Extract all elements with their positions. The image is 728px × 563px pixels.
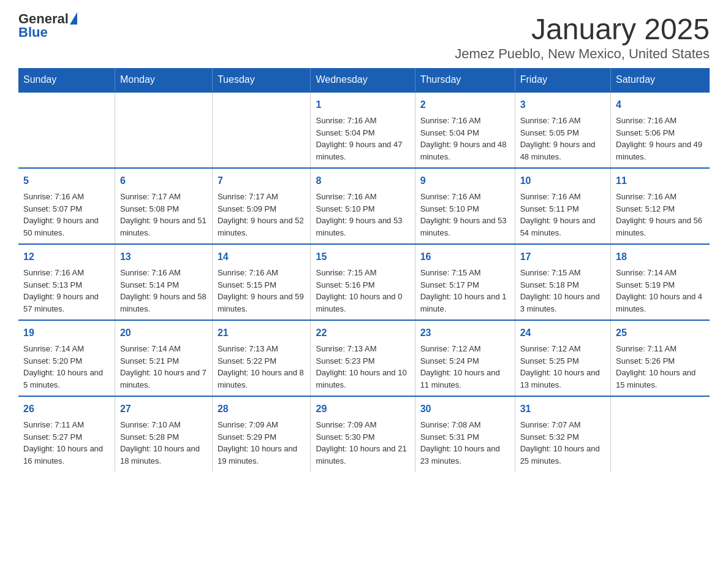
calendar-cell: 15Sunrise: 7:15 AMSunset: 5:16 PMDayligh… bbox=[311, 244, 415, 320]
day-number: 16 bbox=[420, 250, 510, 264]
calendar-cell: 1Sunrise: 7:16 AMSunset: 5:04 PMDaylight… bbox=[311, 92, 415, 168]
day-info: Sunrise: 7:16 AMSunset: 5:10 PMDaylight:… bbox=[420, 191, 510, 239]
page-header: General Blue January 2025 Jemez Pueblo, … bbox=[18, 12, 710, 62]
calendar-cell: 16Sunrise: 7:15 AMSunset: 5:17 PMDayligh… bbox=[415, 244, 515, 320]
calendar-cell: 20Sunrise: 7:14 AMSunset: 5:21 PMDayligh… bbox=[115, 320, 212, 396]
day-info: Sunrise: 7:16 AMSunset: 5:07 PMDaylight:… bbox=[23, 191, 110, 239]
day-info: Sunrise: 7:16 AMSunset: 5:11 PMDaylight:… bbox=[520, 191, 605, 239]
calendar-header-row: SundayMondayTuesdayWednesdayThursdayFrid… bbox=[18, 68, 710, 92]
day-number: 22 bbox=[316, 326, 409, 340]
day-number: 1 bbox=[316, 98, 409, 112]
day-number: 21 bbox=[218, 326, 306, 340]
day-number: 11 bbox=[616, 174, 705, 188]
day-number: 19 bbox=[23, 326, 110, 340]
day-number: 10 bbox=[520, 174, 605, 188]
day-number: 25 bbox=[616, 326, 705, 340]
day-info: Sunrise: 7:09 AMSunset: 5:29 PMDaylight:… bbox=[218, 419, 306, 467]
day-of-week-header: Wednesday bbox=[311, 68, 415, 92]
day-info: Sunrise: 7:07 AMSunset: 5:32 PMDaylight:… bbox=[520, 419, 605, 467]
calendar-cell: 30Sunrise: 7:08 AMSunset: 5:31 PMDayligh… bbox=[415, 396, 515, 472]
calendar-cell: 23Sunrise: 7:12 AMSunset: 5:24 PMDayligh… bbox=[415, 320, 515, 396]
day-number: 18 bbox=[616, 250, 705, 264]
calendar-week-row: 1Sunrise: 7:16 AMSunset: 5:04 PMDaylight… bbox=[18, 92, 710, 168]
day-number: 6 bbox=[120, 174, 207, 188]
calendar-cell: 14Sunrise: 7:16 AMSunset: 5:15 PMDayligh… bbox=[212, 244, 311, 320]
day-of-week-header: Monday bbox=[115, 68, 212, 92]
day-info: Sunrise: 7:13 AMSunset: 5:22 PMDaylight:… bbox=[218, 343, 306, 391]
day-info: Sunrise: 7:14 AMSunset: 5:19 PMDaylight:… bbox=[616, 267, 705, 315]
calendar-week-row: 26Sunrise: 7:11 AMSunset: 5:27 PMDayligh… bbox=[18, 396, 710, 472]
logo-icon bbox=[69, 13, 77, 25]
calendar-cell: 9Sunrise: 7:16 AMSunset: 5:10 PMDaylight… bbox=[415, 168, 515, 244]
calendar-subtitle: Jemez Pueblo, New Mexico, United States bbox=[455, 46, 710, 62]
day-info: Sunrise: 7:09 AMSunset: 5:30 PMDaylight:… bbox=[316, 419, 409, 467]
calendar-cell: 28Sunrise: 7:09 AMSunset: 5:29 PMDayligh… bbox=[212, 396, 311, 472]
day-number: 4 bbox=[616, 98, 705, 112]
day-number: 8 bbox=[316, 174, 409, 188]
calendar-cell: 21Sunrise: 7:13 AMSunset: 5:22 PMDayligh… bbox=[212, 320, 311, 396]
day-info: Sunrise: 7:14 AMSunset: 5:21 PMDaylight:… bbox=[120, 343, 207, 391]
calendar-cell bbox=[115, 92, 212, 168]
day-info: Sunrise: 7:16 AMSunset: 5:04 PMDaylight:… bbox=[316, 115, 409, 163]
calendar-cell: 25Sunrise: 7:11 AMSunset: 5:26 PMDayligh… bbox=[611, 320, 710, 396]
calendar-cell: 12Sunrise: 7:16 AMSunset: 5:13 PMDayligh… bbox=[18, 244, 115, 320]
day-number: 29 bbox=[316, 402, 409, 416]
day-of-week-header: Thursday bbox=[415, 68, 515, 92]
day-number: 20 bbox=[120, 326, 207, 340]
logo-general-text: General bbox=[18, 12, 69, 26]
day-number: 31 bbox=[520, 402, 605, 416]
calendar-cell: 7Sunrise: 7:17 AMSunset: 5:09 PMDaylight… bbox=[212, 168, 311, 244]
calendar-cell bbox=[18, 92, 115, 168]
day-info: Sunrise: 7:15 AMSunset: 5:18 PMDaylight:… bbox=[520, 267, 605, 315]
logo: General Blue bbox=[18, 12, 77, 39]
day-info: Sunrise: 7:16 AMSunset: 5:05 PMDaylight:… bbox=[520, 115, 605, 163]
calendar-cell: 6Sunrise: 7:17 AMSunset: 5:08 PMDaylight… bbox=[115, 168, 212, 244]
calendar-cell: 17Sunrise: 7:15 AMSunset: 5:18 PMDayligh… bbox=[515, 244, 610, 320]
day-number: 9 bbox=[420, 174, 510, 188]
day-of-week-header: Sunday bbox=[18, 68, 115, 92]
calendar-cell bbox=[611, 396, 710, 472]
day-info: Sunrise: 7:16 AMSunset: 5:04 PMDaylight:… bbox=[420, 115, 510, 163]
calendar-cell: 8Sunrise: 7:16 AMSunset: 5:10 PMDaylight… bbox=[311, 168, 415, 244]
calendar-cell: 2Sunrise: 7:16 AMSunset: 5:04 PMDaylight… bbox=[415, 92, 515, 168]
day-info: Sunrise: 7:15 AMSunset: 5:17 PMDaylight:… bbox=[420, 267, 510, 315]
day-number: 24 bbox=[520, 326, 605, 340]
day-number: 3 bbox=[520, 98, 605, 112]
calendar-cell: 18Sunrise: 7:14 AMSunset: 5:19 PMDayligh… bbox=[611, 244, 710, 320]
day-info: Sunrise: 7:10 AMSunset: 5:28 PMDaylight:… bbox=[120, 419, 207, 467]
day-info: Sunrise: 7:12 AMSunset: 5:24 PMDaylight:… bbox=[420, 343, 510, 391]
day-info: Sunrise: 7:16 AMSunset: 5:13 PMDaylight:… bbox=[23, 267, 110, 315]
calendar-cell: 22Sunrise: 7:13 AMSunset: 5:23 PMDayligh… bbox=[311, 320, 415, 396]
day-number: 2 bbox=[420, 98, 510, 112]
day-info: Sunrise: 7:16 AMSunset: 5:06 PMDaylight:… bbox=[616, 115, 705, 163]
calendar-cell: 5Sunrise: 7:16 AMSunset: 5:07 PMDaylight… bbox=[18, 168, 115, 244]
day-info: Sunrise: 7:16 AMSunset: 5:12 PMDaylight:… bbox=[616, 191, 705, 239]
calendar-cell: 19Sunrise: 7:14 AMSunset: 5:20 PMDayligh… bbox=[18, 320, 115, 396]
day-info: Sunrise: 7:12 AMSunset: 5:25 PMDaylight:… bbox=[520, 343, 605, 391]
calendar-cell: 31Sunrise: 7:07 AMSunset: 5:32 PMDayligh… bbox=[515, 396, 610, 472]
day-info: Sunrise: 7:13 AMSunset: 5:23 PMDaylight:… bbox=[316, 343, 409, 391]
day-of-week-header: Friday bbox=[515, 68, 610, 92]
day-info: Sunrise: 7:16 AMSunset: 5:14 PMDaylight:… bbox=[120, 267, 207, 315]
day-info: Sunrise: 7:16 AMSunset: 5:10 PMDaylight:… bbox=[316, 191, 409, 239]
calendar-cell bbox=[212, 92, 311, 168]
calendar-cell: 26Sunrise: 7:11 AMSunset: 5:27 PMDayligh… bbox=[18, 396, 115, 472]
day-info: Sunrise: 7:11 AMSunset: 5:26 PMDaylight:… bbox=[616, 343, 705, 391]
day-info: Sunrise: 7:14 AMSunset: 5:20 PMDaylight:… bbox=[23, 343, 110, 391]
calendar-cell: 11Sunrise: 7:16 AMSunset: 5:12 PMDayligh… bbox=[611, 168, 710, 244]
calendar-week-row: 19Sunrise: 7:14 AMSunset: 5:20 PMDayligh… bbox=[18, 320, 710, 396]
calendar-cell: 10Sunrise: 7:16 AMSunset: 5:11 PMDayligh… bbox=[515, 168, 610, 244]
day-number: 13 bbox=[120, 250, 207, 264]
logo-blue-text: Blue bbox=[18, 25, 48, 40]
calendar-week-row: 5Sunrise: 7:16 AMSunset: 5:07 PMDaylight… bbox=[18, 168, 710, 244]
day-number: 30 bbox=[420, 402, 510, 416]
calendar-cell: 3Sunrise: 7:16 AMSunset: 5:05 PMDaylight… bbox=[515, 92, 610, 168]
day-info: Sunrise: 7:15 AMSunset: 5:16 PMDaylight:… bbox=[316, 267, 409, 315]
day-number: 14 bbox=[218, 250, 306, 264]
calendar-table: SundayMondayTuesdayWednesdayThursdayFrid… bbox=[18, 68, 710, 472]
day-number: 27 bbox=[120, 402, 207, 416]
calendar-week-row: 12Sunrise: 7:16 AMSunset: 5:13 PMDayligh… bbox=[18, 244, 710, 320]
day-number: 23 bbox=[420, 326, 510, 340]
day-info: Sunrise: 7:17 AMSunset: 5:08 PMDaylight:… bbox=[120, 191, 207, 239]
calendar-cell: 29Sunrise: 7:09 AMSunset: 5:30 PMDayligh… bbox=[311, 396, 415, 472]
